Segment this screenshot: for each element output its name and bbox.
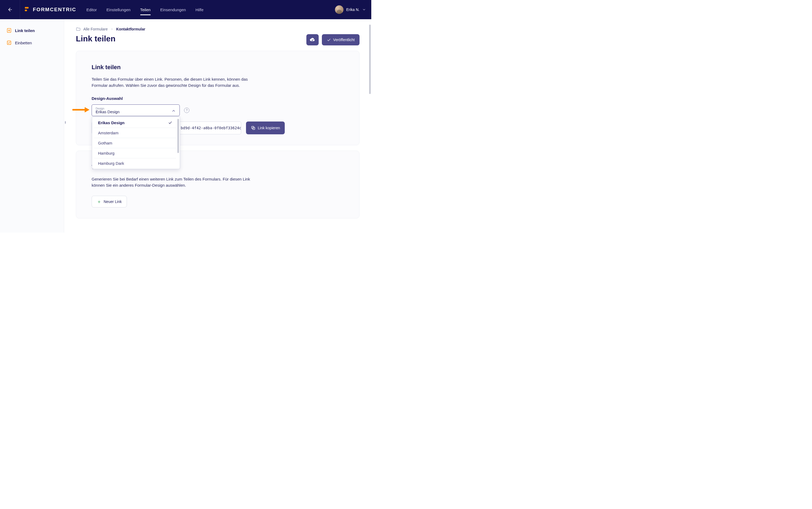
sidebar-item-embed[interactable]: Einbetten (4, 37, 60, 48)
nav-submissions[interactable]: Einsendungen (160, 5, 186, 14)
user-name-label: Erika N. (346, 7, 360, 12)
cloud-check-icon (310, 37, 315, 43)
header-divider (20, 0, 20, 19)
page-actions: Veröffentlicht (306, 34, 360, 45)
nav-settings[interactable]: Einstellungen (107, 5, 131, 14)
more-card-description: Generieren Sie bei Bedarf einen weiteren… (92, 176, 260, 189)
callout-arrow-icon (72, 107, 90, 114)
design-dropdown: Erikas Design Amsterdam Gotham Hamburg (92, 116, 180, 169)
page-title: Link teilen (76, 34, 115, 43)
brand-logo-icon (25, 7, 30, 12)
cloud-save-button[interactable] (306, 34, 319, 45)
design-option[interactable]: Amsterdam (94, 128, 176, 138)
scrollbar-track[interactable] (369, 22, 371, 230)
design-option-label: Hamburg (98, 151, 114, 156)
user-menu[interactable]: Erika N. (335, 5, 366, 14)
plus-icon: ＋ (97, 198, 102, 205)
back-button[interactable] (5, 5, 15, 14)
share-card-description: Teilen Sie das Formular über einen Link.… (92, 76, 260, 89)
copy-icon (251, 126, 256, 130)
share-up-icon (6, 28, 12, 33)
published-label: Veröffentlicht (333, 38, 355, 42)
design-option[interactable]: Erikas Design (94, 118, 176, 128)
chevron-down-icon (362, 8, 366, 11)
nav-help[interactable]: Hilfe (196, 5, 204, 14)
dropdown-scrollbar[interactable] (177, 119, 179, 153)
scrollbar-thumb[interactable] (369, 25, 371, 94)
new-link-label: Neuer Link (104, 200, 122, 204)
svg-rect-3 (7, 41, 11, 44)
copy-link-button[interactable]: Link kopieren (246, 122, 285, 134)
design-section-label: Design-Auswahl (92, 96, 344, 101)
embed-check-icon (6, 40, 12, 45)
new-link-button[interactable]: ＋ Neuer Link (92, 196, 127, 207)
nav-editor[interactable]: Editor (86, 5, 97, 14)
nav-share[interactable]: Teilen (140, 5, 150, 14)
design-option[interactable]: Hamburg (94, 148, 176, 158)
main-content: Alle Formulare Kontaktformular Link teil… (64, 19, 371, 233)
avatar (335, 5, 343, 14)
app-header: FORMCENTRIC Editor Einstellungen Teilen … (0, 0, 371, 19)
design-option[interactable]: Hamburg Dark (94, 158, 176, 168)
share-link-fragment: -bd9d-4f42-a8ba-0f0ebf33624c (178, 126, 241, 130)
check-icon (327, 38, 331, 42)
published-button[interactable]: Veröffentlicht (322, 34, 360, 45)
design-option-label: Hamburg Dark (98, 161, 124, 166)
design-option-label: Amsterdam (98, 131, 119, 135)
brand-name: FORMCENTRIC (33, 7, 76, 12)
design-option-label: Gotham (98, 141, 112, 145)
breadcrumb: Alle Formulare Kontaktformular (76, 27, 360, 32)
sidebar: Link teilen Einbetten II (0, 19, 64, 233)
sidebar-item-share-link[interactable]: Link teilen (4, 25, 60, 36)
folder-icon (76, 27, 81, 32)
design-option[interactable]: Gotham (94, 138, 176, 148)
share-card-title: Link teilen (92, 64, 344, 71)
main-nav: Editor Einstellungen Teilen Einsendungen… (86, 5, 203, 14)
breadcrumb-root[interactable]: Alle Formulare (83, 27, 108, 31)
design-option-label: Erikas Design (98, 121, 125, 125)
share-link-card: Link teilen Teilen Sie das Formular über… (76, 51, 360, 145)
design-selected-value: Erikas Design (96, 110, 120, 114)
chevron-up-icon (171, 109, 176, 113)
chevron-right-icon (110, 28, 113, 31)
svg-marker-5 (85, 107, 90, 112)
sidebar-item-label: Link teilen (15, 28, 35, 33)
copy-link-label: Link kopieren (258, 126, 280, 130)
help-icon[interactable]: ? (184, 108, 190, 113)
brand-logo[interactable]: FORMCENTRIC (25, 7, 76, 12)
design-select[interactable]: Design Erikas Design Erikas Design A (92, 104, 180, 116)
breadcrumb-current: Kontaktformular (116, 27, 145, 31)
sidebar-item-label: Einbetten (15, 41, 32, 45)
check-icon (168, 121, 172, 125)
